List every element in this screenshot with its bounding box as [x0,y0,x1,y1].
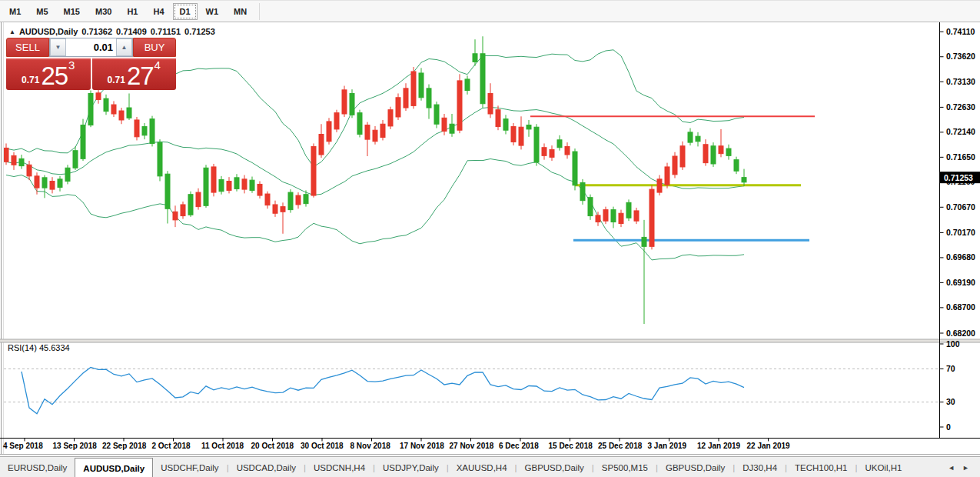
buy-price-big: 27 [127,65,154,88]
price-axis-label: 0.68700 [946,302,975,312]
date-axis-label: 6 Dec 2018 [499,442,539,450]
date-axis-label: 22 Jan 2019 [747,442,791,450]
one-click-trading-panel: SELL ▼ 0.01 ▲ BUY 0.71 25 3 0.71 27 4 [6,38,176,90]
chart-tab-gbpusd-daily[interactable]: GBPUSD,Daily [517,457,592,477]
price-axis-label: 0.72140 [946,127,975,136]
timeframe-button-h4[interactable]: H4 [146,3,171,20]
current-price-tag: 0.71253 [944,173,973,182]
timeframe-button-h1[interactable]: H1 [120,3,145,20]
buy-price-sup: 4 [154,52,161,78]
chart-tab-gbpusd-daily[interactable]: GBPUSD,Daily [658,457,733,477]
volume-up-icon[interactable]: ▲ [116,38,132,56]
date-axis-label: 13 Sep 2018 [53,442,98,450]
mt4-window: M1M5M15M30H1H4D1W1MN 0.741100.736200.731… [0,0,980,477]
chart-tab-ukoil-h1[interactable]: UKOil,H1 [857,457,909,477]
sell-price-sup: 3 [68,52,75,78]
chart-tab-usdcad-daily[interactable]: USDCAD,Daily [229,457,304,477]
date-axis-label: 22 Sep 2018 [102,442,147,450]
price-axis-label: 0.71650 [946,152,975,162]
tab-scroll-arrows: ◄► [937,457,980,477]
bar-close-value: 0.71253 [184,27,215,36]
volume-down-icon[interactable]: ▼ [50,38,66,56]
chart-tab-usdcnh-h4[interactable]: USDCNH,H4 [306,457,373,477]
price-axis-label: 0.73130 [946,77,975,86]
price-axis-label: 0.72630 [946,102,975,112]
collapse-arrow-icon[interactable]: ▲ [9,28,15,35]
bar-high-value: 0.71409 [116,27,147,36]
tab-scroll-left-icon[interactable]: ◄ [948,464,955,472]
chart-title: ▲ AUDUSD,Daily 0.71362 0.71409 0.71151 0… [9,27,215,36]
rsi-indicator-label: RSI(14) 45.6334 [8,343,70,352]
price-axis-label: 0.68200 [946,329,975,338]
bar-open-value: 0.71362 [81,27,112,36]
timeframe-button-m15[interactable]: M15 [57,3,87,20]
bar-low-value: 0.71151 [151,27,181,36]
date-axis-label: 4 Sep 2018 [3,442,43,450]
date-axis-label: 15 Dec 2018 [549,442,593,450]
buy-price-button[interactable]: 0.71 27 4 [92,58,177,90]
sell-price-button[interactable]: 0.71 25 3 [6,58,91,90]
buy-price-prefix: 0.71 [108,72,125,88]
chart-tab-xauusd-h4[interactable]: XAUUSD,H4 [449,457,515,477]
date-axis-label: 17 Nov 2018 [400,442,444,450]
price-axis-label: 0.69680 [946,252,975,262]
price-axis-label: 0.69190 [946,278,975,287]
timeframe-button-m1[interactable]: M1 [2,3,28,20]
date-axis-label: 27 Nov 2018 [450,442,494,450]
date-axis-label: 3 Jan 2019 [648,442,687,450]
timeframe-button-m5[interactable]: M5 [29,3,55,20]
chart-tab-dj30-h4[interactable]: DJ30,H4 [735,457,785,477]
timeframe-button-d1[interactable]: D1 [173,3,198,20]
chart-tab-bar: EURUSD,DailyAUDUSD,DailyUSDCHF,Daily|USD… [0,456,980,477]
timeframe-button-w1[interactable]: W1 [199,3,226,20]
chart-symbol-label: AUDUSD,Daily [19,27,78,36]
timeframe-button-m30[interactable]: M30 [88,3,118,20]
timeframe-button-mn[interactable]: MN [227,3,254,20]
sell-button[interactable]: SELL [6,38,49,57]
sell-price-big: 25 [41,65,68,88]
volume-stepper: ▼ 0.01 ▲ [49,38,133,57]
price-axis-label: 0.70670 [946,202,975,212]
chart-tab-tech100-h1[interactable]: TECH100,H1 [787,457,855,477]
toolbar-separator [259,3,260,20]
date-axis-label: 11 Oct 2018 [201,442,244,450]
chart-tab-audusd-daily[interactable]: AUDUSD,Daily [75,458,153,477]
date-axis-label: 8 Nov 2018 [350,442,391,450]
rsi-axis-label: 70 [946,364,955,373]
date-axis-label: 30 Oct 2018 [301,442,344,450]
chart-tab-eurusd-daily[interactable]: EURUSD,Daily [0,457,75,477]
tab-scroll-right-icon[interactable]: ► [962,464,969,472]
rsi-axis-label: 30 [946,397,955,406]
price-axis-label: 0.73620 [946,52,975,61]
sell-price-prefix: 0.71 [22,72,39,88]
period-toolbar: M1M5M15M30H1H4D1W1MN [0,0,980,22]
date-axis-label: 25 Dec 2018 [598,442,643,450]
date-axis-label: 12 Jan 2019 [697,442,741,450]
date-axis-label: 2 Oct 2018 [152,442,191,450]
chart-tab-sp500-m15[interactable]: SP500,M15 [594,457,656,477]
chart-tab-usdjpy-daily[interactable]: USDJPY,Daily [375,457,447,477]
chart-window: 0.741100.736200.731300.726300.721400.716… [0,22,980,455]
price-axis-label: 0.74110 [946,27,975,36]
chart-tab-usdchf-daily[interactable]: USDCHF,Daily [153,457,226,477]
date-axis-label: 20 Oct 2018 [251,442,294,450]
rsi-axis-label: 0 [946,422,951,432]
rsi-axis-label: 100 [946,339,960,349]
price-axis-label: 0.70170 [946,228,975,237]
